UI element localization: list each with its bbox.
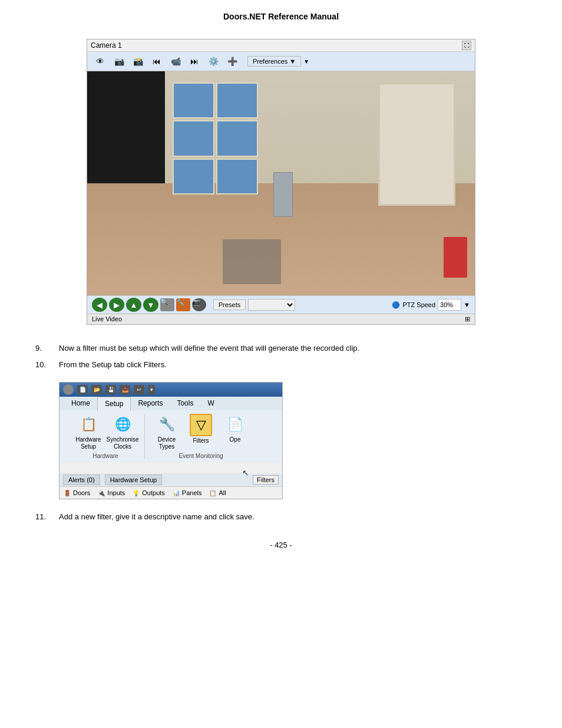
ptz-left-button[interactable]: ◀ xyxy=(92,298,107,312)
page-footer: - 425 - xyxy=(35,541,527,549)
ptz-controls: ◀ ▶ ▲ ▼ 🔍 🔧 📷 xyxy=(92,298,206,312)
ptz-speed-label: PTZ Speed xyxy=(402,301,435,308)
mouse-cursor-icon: ↖ xyxy=(242,468,249,477)
camera-close-button[interactable]: ⛶ xyxy=(462,41,471,50)
settings-icon[interactable]: ⚙️ xyxy=(205,54,222,68)
nav-panels[interactable]: 📊 Panels xyxy=(172,489,202,497)
hardware-group-label: Hardware xyxy=(92,453,118,459)
presets-dropdown[interactable] xyxy=(248,299,295,311)
camera-status-label: Live Video xyxy=(92,315,122,323)
camera-viewport xyxy=(87,71,475,295)
preferences-button[interactable]: Preferences ▼ xyxy=(247,56,301,67)
ptz-speed-area: 🔵 PTZ Speed ▼ xyxy=(392,299,470,311)
camera-record-icon[interactable]: 📷 xyxy=(111,54,127,68)
tab-setup[interactable]: Setup xyxy=(97,397,131,411)
panels-nav-icon: 📊 xyxy=(172,489,180,497)
filters-item[interactable]: ▽ Filters xyxy=(186,414,216,450)
event-monitoring-icons: 🔧 DeviceTypes ▽ Filters 📄 Ope xyxy=(152,414,250,450)
instruction-item-9: 9. Now a filter must be setup which will… xyxy=(35,342,527,354)
instruction-text-9: Now a filter must be setup which will de… xyxy=(59,342,527,354)
setup-titlebar: 📄 📂 💾 📤 ↩ ▾ xyxy=(59,383,282,397)
instruction-number-10: 10. xyxy=(35,359,59,371)
presets-area: Presets xyxy=(213,299,295,311)
ribbon-group-event-monitoring: 🔧 DeviceTypes ▽ Filters 📄 Ope Event Moni… xyxy=(145,414,257,459)
alerts-tab[interactable]: Alerts (0) xyxy=(63,475,100,485)
setup-screenshot: 📄 📂 💾 📤 ↩ ▾ Home Setup Reports Tools W 📋… xyxy=(59,382,283,499)
filters-label: Filters xyxy=(193,437,209,444)
camera-multi-icon[interactable]: 📹 xyxy=(167,54,184,68)
instruction-number-9: 9. xyxy=(35,342,59,354)
all-nav-label: All xyxy=(219,489,226,496)
export-icon[interactable]: 📤 xyxy=(120,385,130,394)
dropdown-arrow[interactable]: ▾ xyxy=(148,385,155,394)
tab-tools[interactable]: Tools xyxy=(170,397,200,410)
camera-bottom-bar: ◀ ▶ ▲ ▼ 🔍 🔧 📷 Presets 🔵 PTZ Speed ▼ xyxy=(87,295,475,314)
event-monitoring-label: Event Monitoring xyxy=(178,453,223,459)
inputs-nav-label: Inputs xyxy=(107,489,125,496)
camera-titlebar: Camera 1 ⛶ xyxy=(87,39,475,52)
down-arrow-icon: ▼ xyxy=(303,58,309,65)
device-types-item[interactable]: 🔧 DeviceTypes xyxy=(152,414,181,450)
nav-outputs[interactable]: 💡 Outputs xyxy=(132,489,165,497)
page-title: Doors.NET Reference Manual xyxy=(35,12,527,21)
ptz-up-button[interactable]: ▲ xyxy=(126,298,141,312)
tab-reports[interactable]: Reports xyxy=(131,397,170,410)
synchronise-clocks-item[interactable]: 🌐 SynchroniseClocks xyxy=(108,414,137,450)
panels-nav-label: Panels xyxy=(182,489,202,496)
save-icon[interactable]: 💾 xyxy=(105,385,116,394)
camera-window: Camera 1 ⛶ 👁 📷 📸 ⏮ 📹 ⏭ ⚙️ ➕ Preferences … xyxy=(87,39,475,325)
device-types-icon: 🔧 xyxy=(156,414,177,435)
new-icon[interactable]: 📄 xyxy=(77,385,88,394)
tab-w[interactable]: W xyxy=(200,397,221,410)
filters-icon: ▽ xyxy=(190,414,212,436)
all-nav-icon: 📋 xyxy=(209,489,217,497)
fast-forward-icon[interactable]: ⏭ xyxy=(186,54,203,68)
preferences-label: Preferences xyxy=(253,58,287,65)
camera-title: Camera 1 xyxy=(91,41,122,50)
nav-inputs[interactable]: 🔌 Inputs xyxy=(97,489,125,497)
hardware-setup-label: HardwareSetup xyxy=(75,436,101,450)
doors-nav-label: Doors xyxy=(73,489,90,496)
setup-nav-bar: 🚪 Doors 🔌 Inputs 💡 Outputs 📊 Panels 📋 Al… xyxy=(59,486,282,499)
tab-home[interactable]: Home xyxy=(64,397,97,410)
preferences-dropdown-icon: ▼ xyxy=(289,58,296,65)
instructions-list: 9. Now a filter must be setup which will… xyxy=(35,342,527,370)
hardware-setup-tab[interactable]: Hardware Setup xyxy=(105,475,163,485)
ribbon-group-hardware: 📋 HardwareSetup 🌐 SynchroniseClocks Hard… xyxy=(67,414,145,459)
nav-all[interactable]: 📋 All xyxy=(209,489,226,497)
ptz-cam-button[interactable]: 📷 xyxy=(192,298,206,311)
add-icon[interactable]: ➕ xyxy=(224,54,240,68)
camera-scene xyxy=(87,71,475,295)
undo-icon[interactable]: ↩ xyxy=(134,385,144,394)
nav-doors[interactable]: 🚪 Doors xyxy=(63,489,90,497)
hardware-setup-item[interactable]: 📋 HardwareSetup xyxy=(74,414,103,450)
ptz-down-button[interactable]: ▼ xyxy=(143,298,158,312)
instruction-item-10: 10. From the Setup tab click Filters. xyxy=(35,359,527,371)
ptz-right-button[interactable]: ▶ xyxy=(109,298,124,312)
inputs-nav-icon: 🔌 xyxy=(97,489,105,497)
device-types-label: DeviceTypes xyxy=(158,436,176,450)
resize-icon[interactable]: ⊞ xyxy=(465,315,470,323)
instruction-text-10: From the Setup tab click Filters. xyxy=(59,359,527,371)
hardware-group-icons: 📋 HardwareSetup 🌐 SynchroniseClocks xyxy=(74,414,137,450)
filters-badge[interactable]: Filters xyxy=(253,475,279,485)
open-icon[interactable]: 📂 xyxy=(91,385,102,394)
ptz-wrench-button[interactable]: 🔧 xyxy=(176,298,190,311)
rewind-icon[interactable]: ⏮ xyxy=(148,54,165,68)
instruction-item-11: 11. Add a new filter, give it a descript… xyxy=(35,511,527,523)
instruction-text-11: Add a new filter, give it a descriptive … xyxy=(59,511,527,523)
setup-ribbon-content: 📋 HardwareSetup 🌐 SynchroniseClocks Hard… xyxy=(59,410,282,463)
open-icon: 📄 xyxy=(224,414,246,435)
camera-snapshot-icon[interactable]: 📸 xyxy=(130,54,146,68)
ptz-speed-dropdown-icon[interactable]: ▼ xyxy=(464,301,470,308)
presets-button[interactable]: Presets xyxy=(213,299,246,310)
ptz-speed-input[interactable] xyxy=(438,299,461,311)
camera-toolbar: 👁 📷 📸 ⏮ 📹 ⏭ ⚙️ ➕ Preferences ▼ ▼ xyxy=(87,52,475,71)
camera-eye-icon[interactable]: 👁 xyxy=(92,54,108,68)
ptz-speed-icon: 🔵 xyxy=(392,301,400,309)
synchronise-clocks-label: SynchroniseClocks xyxy=(106,436,138,450)
doors-nav-icon: 🚪 xyxy=(63,489,71,497)
camera-status-bar: Live Video ⊞ xyxy=(87,314,475,324)
open-item[interactable]: 📄 Ope xyxy=(220,414,250,450)
ptz-zoom-in-button[interactable]: 🔍 xyxy=(160,298,174,311)
